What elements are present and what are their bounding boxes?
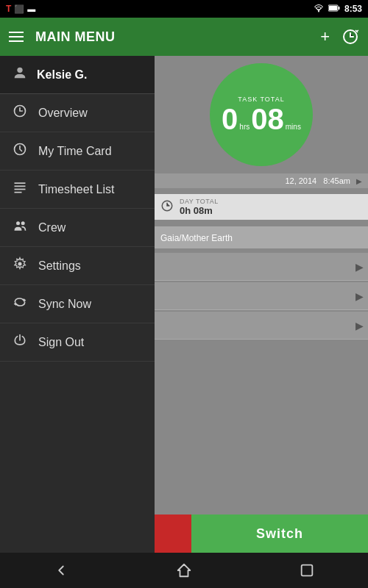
task-hrs-label: hrs: [239, 123, 250, 131]
sync-label: Sync Now: [38, 298, 91, 311]
status-bar-left: T ⬛ ▬: [6, 4, 35, 14]
task-hours: 0: [222, 104, 238, 134]
time-card-icon: [12, 142, 28, 160]
svg-rect-18: [301, 565, 312, 576]
date-value: 12, 2014: [285, 176, 316, 185]
list-icon: [12, 180, 28, 198]
red-button[interactable]: [155, 514, 191, 553]
nav-bar: [0, 553, 368, 588]
crew-label: Crew: [38, 221, 66, 234]
task-mins: 08: [251, 104, 284, 134]
toolbar-title: MAIN MENU: [35, 29, 311, 45]
sidebar-item-sync[interactable]: Sync Now: [0, 285, 155, 323]
task-total-label: TASK TOTAL: [238, 96, 284, 103]
day-total-row: DAY TOTAL 0h 08m: [155, 194, 368, 220]
task-mins-label: mins: [286, 123, 301, 131]
project-name: Gaia/Mother Earth: [160, 233, 233, 243]
settings-icon: [12, 257, 28, 275]
sidebar-username: Kelsie G.: [37, 68, 87, 82]
power-icon: [12, 333, 28, 351]
t-icon: T: [6, 4, 11, 14]
day-total-label: DAY TOTAL: [180, 198, 219, 205]
sign-out-label: Sign Out: [38, 336, 84, 349]
toolbar-actions: +: [320, 27, 359, 46]
clock-button[interactable]: [342, 28, 359, 46]
sidebar-item-overview[interactable]: Overview: [0, 94, 155, 132]
back-button[interactable]: [39, 553, 83, 588]
chevron-row-1: ▶: [155, 253, 368, 281]
overview-label: Overview: [38, 107, 88, 120]
chevron-icon-2: ▶: [355, 290, 364, 302]
day-total-value: 0h 08m: [180, 205, 219, 216]
project-row: Gaia/Mother Earth: [155, 226, 368, 248]
bottom-action-bar: Switch: [155, 514, 368, 553]
task-total-area: TASK TOTAL 0 hrs 08 mins: [210, 63, 313, 166]
svg-point-12: [16, 221, 20, 225]
menu-icon[interactable]: [9, 32, 26, 42]
day-total-icon: [160, 199, 174, 215]
sidebar-user: Kelsie G.: [0, 56, 155, 94]
chevron-row-3: ▶: [155, 312, 368, 340]
sidebar-item-settings[interactable]: Settings: [0, 247, 155, 285]
user-icon: [12, 65, 28, 85]
svg-rect-10: [15, 189, 26, 190]
status-time: 8:53: [344, 4, 362, 14]
time-value: 8:45am: [323, 176, 350, 185]
date-text: 12, 2014 8:45am: [285, 176, 350, 185]
recent-button[interactable]: [285, 553, 329, 588]
svg-point-14: [18, 262, 22, 266]
sidebar-item-my-time-card[interactable]: My Time Card: [0, 132, 155, 171]
wifi-icon: [314, 4, 324, 14]
add-button[interactable]: +: [320, 27, 330, 46]
crew-icon: [12, 218, 28, 237]
switch-label: Switch: [256, 526, 303, 542]
chevron-date: ▶: [356, 177, 362, 185]
svg-point-0: [318, 11, 319, 12]
overview-icon: [12, 104, 28, 122]
sidebar-item-crew[interactable]: Crew: [0, 209, 155, 247]
date-info-row: 12, 2014 8:45am ▶: [155, 173, 368, 188]
day-total-info: DAY TOTAL 0h 08m: [180, 198, 219, 216]
chevron-icon-3: ▶: [355, 320, 364, 331]
home-button[interactable]: [162, 553, 206, 588]
svg-point-5: [17, 68, 22, 73]
sidebar-item-timesheet-list[interactable]: Timesheet List: [0, 171, 155, 209]
sync-icon: [12, 295, 28, 313]
notification-icon: ⬛: [14, 4, 24, 14]
time-card-label: My Time Card: [38, 145, 112, 158]
svg-rect-9: [15, 186, 26, 187]
chevron-icon-1: ▶: [355, 261, 364, 273]
timesheet-label: Timesheet List: [38, 183, 114, 196]
background-content: TASK TOTAL 0 hrs 08 mins 12, 2014 8:45am…: [155, 56, 368, 553]
status-bar: T ⬛ ▬ 8:53: [0, 0, 368, 18]
battery-icon: [328, 4, 340, 13]
status-bar-right: 8:53: [314, 4, 362, 14]
task-time-display: 0 hrs 08 mins: [222, 104, 301, 134]
svg-rect-8: [15, 182, 26, 184]
switch-button[interactable]: Switch: [191, 514, 368, 553]
toolbar: MAIN MENU +: [0, 18, 368, 56]
chevron-row-2: ▶: [155, 282, 368, 310]
task-circle-container: TASK TOTAL 0 hrs 08 mins: [210, 63, 313, 166]
extra-icon: ▬: [27, 4, 35, 13]
settings-label: Settings: [38, 259, 81, 273]
svg-point-13: [21, 221, 25, 225]
sidebar-item-sign-out[interactable]: Sign Out: [0, 323, 155, 362]
main-content: Kelsie G. Overview My Time Card: [0, 56, 368, 553]
sidebar: Kelsie G. Overview My Time Card: [0, 56, 155, 553]
task-circle: TASK TOTAL 0 hrs 08 mins: [210, 63, 313, 166]
svg-rect-2: [338, 7, 339, 10]
svg-rect-3: [329, 6, 337, 10]
svg-rect-11: [15, 192, 22, 193]
